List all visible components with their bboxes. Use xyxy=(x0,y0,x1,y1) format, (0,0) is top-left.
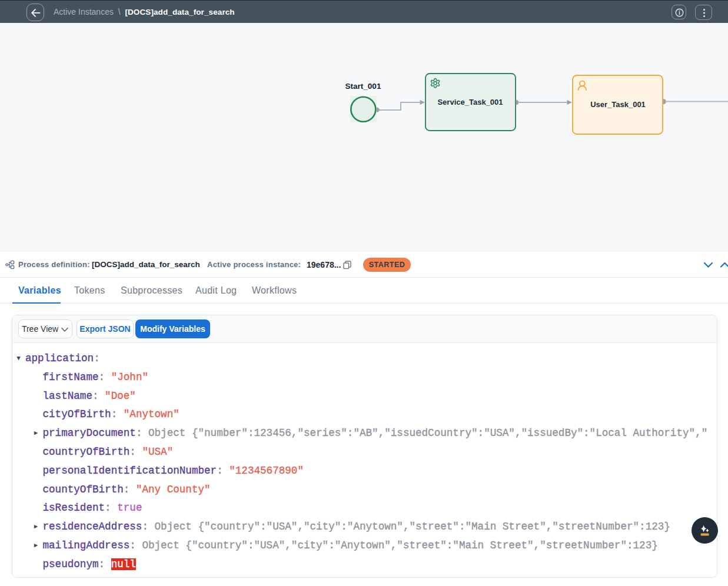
svg-text:User_Task_001: User_Task_001 xyxy=(590,100,646,109)
svg-text:Start_001: Start_001 xyxy=(345,82,381,91)
svg-text:Service_Task_001: Service_Task_001 xyxy=(437,98,503,106)
